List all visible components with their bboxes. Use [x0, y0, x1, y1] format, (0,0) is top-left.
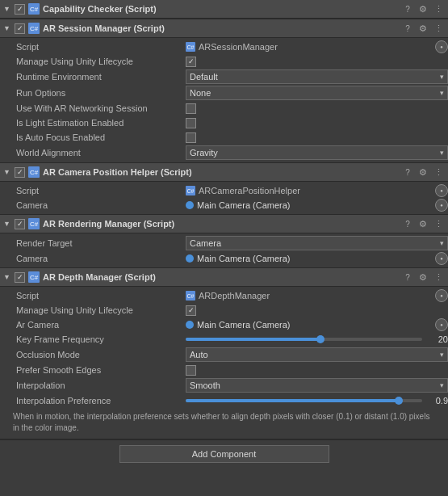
- camera-select-btn[interactable]: [435, 199, 448, 212]
- script-select-btn[interactable]: [435, 40, 448, 53]
- run-options-dropdown[interactable]: None: [186, 86, 448, 100]
- expand-arrow[interactable]: ▼: [3, 273, 11, 281]
- keyframe-freq-value: 20: [186, 334, 448, 344]
- help-icon[interactable]: ?: [401, 166, 414, 179]
- help-icon[interactable]: ?: [401, 217, 414, 230]
- ar-session-manager-enable[interactable]: [15, 23, 25, 34]
- ar-networking-checkbox[interactable]: [186, 103, 196, 114]
- expand-arrow[interactable]: ▼: [3, 24, 11, 32]
- help-icon[interactable]: ?: [401, 271, 414, 284]
- world-alignment-row: World Alignment Gravity: [0, 145, 448, 161]
- expand-arrow[interactable]: ▼: [3, 220, 11, 228]
- script-value: C# ARDepthManager: [186, 291, 433, 301]
- manage-lifecycle-row: Manage Using Unity Lifecycle: [0, 303, 448, 317]
- ar-camera-name: Main Camera (Camera): [197, 320, 291, 330]
- world-alignment-value[interactable]: Gravity: [186, 145, 448, 160]
- ar-networking-value: [186, 103, 448, 114]
- ar-session-manager-block: ▼ C# AR Session Manager (Script) ? ⚙ ⋮ S…: [0, 19, 448, 163]
- add-component-button[interactable]: Add Component: [119, 445, 329, 463]
- script-ref-name: ARDepthManager: [199, 291, 270, 301]
- ar-rendering-manager-title: AR Rendering Manager (Script): [43, 219, 174, 229]
- keyframe-freq-track[interactable]: [186, 338, 422, 341]
- prefer-smooth-checkbox[interactable]: [186, 365, 196, 376]
- ar-networking-label: Use With AR Networking Session: [0, 103, 186, 113]
- script-select-btn[interactable]: [435, 184, 448, 197]
- manage-lifecycle-label: Manage Using Unity Lifecycle: [0, 57, 186, 66]
- ar-camera-position-helper-body: Script C# ARCameraPositionHelper Camera …: [0, 182, 448, 214]
- ar-camera-position-helper-header[interactable]: ▼ C# AR Camera Position Helper (Script) …: [0, 163, 448, 182]
- camera-dot: [186, 201, 194, 209]
- script-row: Script C# ARDepthManager: [0, 288, 448, 303]
- script-select-btn[interactable]: [435, 289, 448, 302]
- ar-camera-select-btn[interactable]: [435, 318, 448, 331]
- interpolation-pref-row: Interpolation Preference 0.9: [0, 393, 448, 408]
- runtime-env-value[interactable]: Default: [186, 69, 448, 84]
- auto-focus-checkbox[interactable]: [186, 132, 196, 143]
- camera-dot: [186, 254, 194, 263]
- capability-checker-actions: ? ⚙ ⋮: [401, 2, 445, 15]
- light-estimation-label: Is Light Estimation Enabled: [0, 118, 186, 128]
- help-icon[interactable]: ?: [401, 22, 414, 35]
- capability-checker-block: ▼ C# Capability Checker (Script) ? ⚙ ⋮: [0, 0, 448, 19]
- keyframe-freq-thumb[interactable]: [316, 335, 324, 343]
- help-icon[interactable]: ?: [401, 2, 414, 15]
- keyframe-freq-fill: [186, 338, 320, 341]
- runtime-env-dropdown[interactable]: Default: [186, 69, 448, 84]
- world-alignment-label: World Alignment: [0, 148, 186, 158]
- run-options-value[interactable]: None: [186, 86, 448, 100]
- manage-lifecycle-check[interactable]: [186, 305, 196, 316]
- ar-rendering-manager-header[interactable]: ▼ C# AR Rendering Manager (Script) ? ⚙ ⋮: [0, 215, 448, 233]
- settings-icon[interactable]: ⚙: [417, 166, 429, 179]
- camera-name: Main Camera (Camera): [197, 254, 291, 263]
- ar-rendering-manager-enable[interactable]: [15, 219, 25, 229]
- overflow-icon[interactable]: ⋮: [432, 166, 445, 179]
- script-ref-name: ARSessionManager: [199, 42, 278, 52]
- interpolation-value[interactable]: Smooth: [186, 378, 448, 393]
- world-alignment-dropdown[interactable]: Gravity: [186, 145, 448, 160]
- overflow-icon[interactable]: ⋮: [432, 271, 445, 284]
- manage-lifecycle-label: Manage Using Unity Lifecycle: [0, 305, 186, 315]
- ar-camera-position-helper-block: ▼ C# AR Camera Position Helper (Script) …: [0, 163, 448, 215]
- auto-focus-label: Is Auto Focus Enabled: [0, 132, 186, 142]
- camera-select-btn[interactable]: [435, 252, 448, 265]
- occlusion-mode-value[interactable]: Auto: [186, 347, 448, 362]
- prefer-smooth-label: Prefer Smooth Edges: [0, 365, 186, 375]
- expand-arrow[interactable]: ▼: [3, 168, 11, 176]
- ar-camera-value: Main Camera (Camera): [186, 320, 433, 330]
- capability-checker-enable[interactable]: [15, 4, 25, 15]
- render-target-value[interactable]: Camera: [186, 236, 448, 250]
- ar-rendering-manager-actions: ? ⚙ ⋮: [401, 217, 445, 230]
- overflow-icon[interactable]: ⋮: [432, 2, 445, 15]
- occlusion-mode-label: Occlusion Mode: [0, 350, 186, 359]
- expand-arrow[interactable]: ▼: [3, 5, 11, 13]
- manage-lifecycle-check[interactable]: [186, 57, 196, 67]
- light-estimation-checkbox[interactable]: [186, 118, 196, 128]
- overflow-icon[interactable]: ⋮: [432, 217, 445, 230]
- ar-depth-manager-enable[interactable]: [15, 272, 25, 283]
- settings-icon[interactable]: ⚙: [417, 271, 429, 284]
- render-target-dropdown[interactable]: Camera: [186, 236, 448, 250]
- interpolation-pref-track[interactable]: [186, 399, 422, 402]
- interpolation-dropdown[interactable]: Smooth: [186, 378, 448, 393]
- settings-icon[interactable]: ⚙: [417, 22, 429, 35]
- ar-session-manager-header[interactable]: ▼ C# AR Session Manager (Script) ? ⚙ ⋮: [0, 19, 448, 38]
- capability-checker-header[interactable]: ▼ C# Capability Checker (Script) ? ⚙ ⋮: [0, 0, 448, 19]
- interpolation-pref-fill: [186, 399, 399, 402]
- settings-icon[interactable]: ⚙: [417, 217, 429, 230]
- settings-icon[interactable]: ⚙: [417, 2, 429, 15]
- overflow-icon[interactable]: ⋮: [432, 22, 445, 35]
- camera-label: Camera: [0, 200, 186, 210]
- ar-camera-row: Ar Camera Main Camera (Camera): [0, 317, 448, 332]
- ar-rendering-manager-icon: C#: [28, 218, 40, 229]
- auto-focus-value: [186, 132, 448, 143]
- ar-camera-position-helper-actions: ? ⚙ ⋮: [401, 166, 445, 179]
- render-target-row: Render Target Camera: [0, 235, 448, 251]
- script-label: Script: [0, 42, 186, 52]
- ar-depth-manager-block: ▼ C# AR Depth Manager (Script) ? ⚙ ⋮ Scr…: [0, 268, 448, 439]
- interpolation-pref-thumb[interactable]: [395, 397, 403, 405]
- occlusion-mode-dropdown[interactable]: Auto: [186, 347, 448, 362]
- interpolation-pref-value: 0.9: [186, 396, 448, 406]
- ar-depth-manager-header[interactable]: ▼ C# AR Depth Manager (Script) ? ⚙ ⋮: [0, 268, 448, 287]
- ar-camera-position-helper-enable[interactable]: [15, 167, 25, 178]
- script-ref: C# ARSessionManager: [186, 42, 278, 52]
